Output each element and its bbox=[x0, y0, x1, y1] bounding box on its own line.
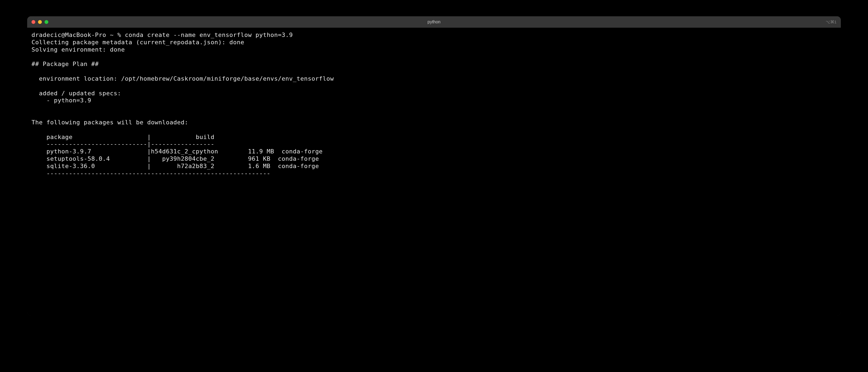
output-line: The following packages will be downloade… bbox=[31, 119, 188, 126]
output-line: environment location: /opt/homebrew/Cask… bbox=[31, 75, 334, 82]
terminal-window: python ⌥⌘1 dradecic@MacBook-Pro ~ % cond… bbox=[27, 16, 841, 315]
window-title: python bbox=[428, 20, 440, 25]
table-row: sqlite-3.36.0 | h72a2b83_2 1.6 MB conda-… bbox=[31, 163, 319, 169]
table-footer: ----------------------------------------… bbox=[31, 170, 271, 177]
table-separator: ---------------------------|------------… bbox=[31, 141, 215, 148]
maximize-icon[interactable] bbox=[44, 20, 48, 24]
output-line: ## Package Plan ## bbox=[31, 61, 99, 67]
table-header: package | build bbox=[31, 133, 215, 141]
command-text: conda create --name env_tensorflow pytho… bbox=[125, 31, 293, 38]
traffic-lights bbox=[31, 20, 48, 24]
prompt: dradecic@MacBook-Pro ~ % bbox=[31, 31, 121, 38]
output-line: - python=3.9 bbox=[31, 97, 91, 104]
output-line: Collecting package metadata (current_rep… bbox=[31, 39, 244, 45]
titlebar[interactable]: python ⌥⌘1 bbox=[27, 16, 841, 28]
table-row: setuptools-58.0.4 | py39h2804cbe_2 961 K… bbox=[31, 155, 319, 162]
window-shortcut-label: ⌥⌘1 bbox=[826, 20, 837, 25]
output-line: Solving environment: done bbox=[31, 46, 125, 53]
output-line: added / updated specs: bbox=[31, 90, 121, 97]
table-row: python-3.9.7 |h54d631c_2_cpython 11.9 MB… bbox=[31, 148, 323, 155]
close-icon[interactable] bbox=[31, 20, 35, 24]
minimize-icon[interactable] bbox=[38, 20, 42, 24]
terminal-body[interactable]: dradecic@MacBook-Pro ~ % conda create --… bbox=[27, 28, 841, 315]
